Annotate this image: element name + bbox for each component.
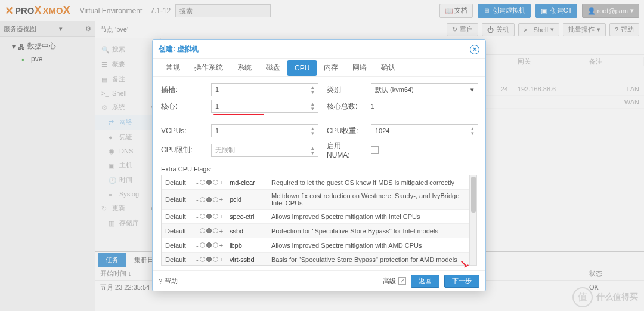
chevron-down-icon: ▾ bbox=[470, 86, 474, 94]
cpu-weight-input[interactable]: 1024▴▾ bbox=[371, 124, 478, 137]
flags-scrollbar[interactable] bbox=[469, 175, 476, 265]
cpu-flag-row: Default- +ssbdProtection for "Speculativ… bbox=[162, 224, 476, 238]
spinner-arrows-icon[interactable]: ▴▾ bbox=[471, 126, 474, 136]
cpu-flag-row: Default- +ibpbAllows improved Spectre mi… bbox=[162, 238, 476, 253]
flag-default-label: Default bbox=[165, 242, 191, 249]
annotation-underline bbox=[213, 114, 264, 115]
close-button[interactable]: ✕ bbox=[470, 45, 479, 54]
cpu-flag-row: Default- +md-clearRequired to let the gu… bbox=[162, 175, 476, 190]
limit-label: CPU限制: bbox=[161, 145, 203, 155]
cpu-type-combo[interactable]: 默认 (kvm64)▾ bbox=[371, 83, 478, 96]
flag-name: md-clear bbox=[230, 179, 267, 186]
flag-tristate-toggle[interactable]: - + bbox=[196, 213, 225, 220]
flag-tristate-toggle[interactable]: - + bbox=[196, 227, 225, 235]
flag-default-label: Default bbox=[165, 213, 191, 220]
vcpus-label: VCPUs: bbox=[161, 127, 203, 135]
flag-description: Allows improved Spectre mitigation with … bbox=[271, 213, 473, 220]
flag-default-label: Default bbox=[165, 227, 191, 235]
tab-os[interactable]: 操作系统 bbox=[187, 59, 230, 76]
modal-help-button[interactable]: ?帮助 bbox=[159, 276, 178, 285]
flag-default-label: Default bbox=[165, 256, 191, 263]
total-cores-value: 1 bbox=[371, 103, 478, 110]
sockets-input[interactable]: 1▴▾ bbox=[211, 83, 318, 96]
flag-tristate-toggle[interactable]: - + bbox=[196, 179, 225, 186]
scroll-thumb[interactable] bbox=[471, 177, 476, 213]
watermark-text: 什么值得买 bbox=[596, 292, 638, 303]
flag-name: virt-ssbd bbox=[230, 256, 267, 263]
spinner-arrows-icon[interactable]: ▴▾ bbox=[311, 146, 314, 155]
flag-default-label: Default bbox=[165, 179, 191, 186]
back-button[interactable]: 返回 bbox=[411, 275, 439, 288]
weight-label: CPU权重: bbox=[327, 126, 363, 136]
flag-name: ssbd bbox=[230, 227, 267, 235]
tab-confirm[interactable]: 确认 bbox=[374, 59, 402, 76]
flag-description: Protection for "Speculative Store Bypass… bbox=[271, 227, 473, 235]
modal-title: 创建: 虚拟机 bbox=[159, 44, 199, 54]
watermark-icon: 值 bbox=[572, 287, 593, 307]
spinner-arrows-icon[interactable]: ▴▾ bbox=[311, 101, 314, 111]
spinner-arrows-icon[interactable]: ▴▾ bbox=[311, 126, 314, 136]
flag-default-label: Default bbox=[165, 196, 191, 203]
flag-description: Required to let the guest OS know if MDS… bbox=[271, 179, 473, 186]
annotation-arrow bbox=[460, 261, 470, 268]
help-icon: ? bbox=[159, 278, 162, 285]
total-cores-label: 核心总数: bbox=[327, 101, 363, 112]
create-vm-wizard: 创建: 虚拟机 ✕ 常规 操作系统 系统 磁盘 CPU 内存 网络 确认 插槽:… bbox=[152, 39, 486, 291]
cores-label: 核心: bbox=[161, 101, 203, 112]
next-button[interactable]: 下一步 bbox=[444, 275, 479, 288]
tab-memory[interactable]: 内存 bbox=[317, 59, 345, 76]
cpu-flag-row: Default- +pcidMeltdown fix cost reductio… bbox=[162, 190, 476, 210]
flag-tristate-toggle[interactable]: - + bbox=[196, 242, 225, 249]
spinner-arrows-icon[interactable]: ▴▾ bbox=[311, 85, 314, 94]
tab-general[interactable]: 常规 bbox=[159, 59, 187, 76]
flag-name: pcid bbox=[230, 196, 267, 203]
numa-checkbox[interactable] bbox=[371, 146, 379, 154]
sockets-label: 插槽: bbox=[161, 85, 203, 95]
tab-system[interactable]: 系统 bbox=[230, 59, 259, 76]
flag-description: Basis for "Speculative Store Bypass" pro… bbox=[271, 256, 473, 263]
cpu-flags-grid: Default- +md-clearRequired to let the gu… bbox=[161, 175, 477, 266]
flag-tristate-toggle[interactable]: - + bbox=[196, 196, 225, 203]
advanced-checkbox[interactable]: ✓ bbox=[398, 277, 406, 285]
cpu-limit-input[interactable]: 无限制▴▾ bbox=[211, 144, 318, 157]
flag-tristate-toggle[interactable]: - + bbox=[196, 256, 225, 263]
flag-name: spec-ctrl bbox=[230, 213, 267, 220]
cpu-flag-row: Default- +virt-ssbdBasis for "Speculativ… bbox=[162, 253, 476, 266]
tab-cpu[interactable]: CPU bbox=[287, 60, 317, 76]
cpu-flag-row: Default- +spec-ctrlAllows improved Spect… bbox=[162, 210, 476, 224]
advanced-toggle[interactable]: 高级 ✓ bbox=[383, 276, 406, 285]
flag-description: Allows improved Spectre mitigation with … bbox=[271, 242, 473, 249]
tab-disk[interactable]: 磁盘 bbox=[259, 59, 287, 76]
vcpus-input[interactable]: 1▴▾ bbox=[211, 124, 318, 137]
wizard-tabs: 常规 操作系统 系统 磁盘 CPU 内存 网络 确认 bbox=[153, 59, 485, 77]
tab-network[interactable]: 网络 bbox=[345, 59, 374, 76]
watermark: 值 什么值得买 bbox=[572, 287, 638, 307]
cores-input[interactable]: 1▴▾ bbox=[211, 100, 318, 113]
flag-name: ibpb bbox=[230, 242, 267, 249]
flag-description: Meltdown fix cost reduction on Westmere,… bbox=[271, 192, 473, 207]
type-label: 类别 bbox=[327, 85, 363, 95]
numa-label: 启用NUMA: bbox=[327, 141, 363, 159]
extra-flags-label: Extra CPU Flags: bbox=[161, 165, 477, 173]
